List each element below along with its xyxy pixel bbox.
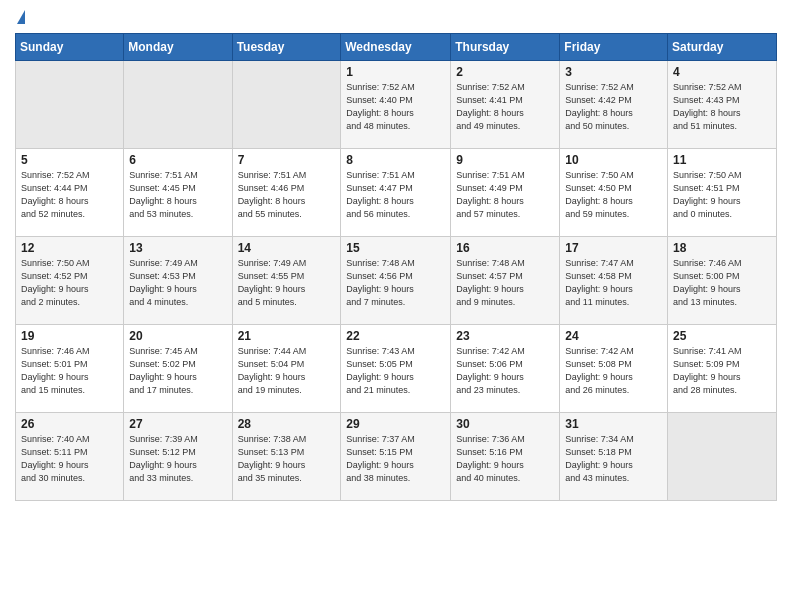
day-number: 8 <box>346 153 445 167</box>
day-number: 13 <box>129 241 226 255</box>
day-number: 19 <box>21 329 118 343</box>
calendar-cell: 21Sunrise: 7:44 AM Sunset: 5:04 PM Dayli… <box>232 325 341 413</box>
day-number: 10 <box>565 153 662 167</box>
day-number: 26 <box>21 417 118 431</box>
calendar-week-row: 12Sunrise: 7:50 AM Sunset: 4:52 PM Dayli… <box>16 237 777 325</box>
day-number: 23 <box>456 329 554 343</box>
day-number: 21 <box>238 329 336 343</box>
day-info: Sunrise: 7:52 AM Sunset: 4:41 PM Dayligh… <box>456 81 554 133</box>
day-info: Sunrise: 7:50 AM Sunset: 4:52 PM Dayligh… <box>21 257 118 309</box>
day-number: 17 <box>565 241 662 255</box>
calendar-cell: 13Sunrise: 7:49 AM Sunset: 4:53 PM Dayli… <box>124 237 232 325</box>
day-info: Sunrise: 7:52 AM Sunset: 4:44 PM Dayligh… <box>21 169 118 221</box>
day-number: 22 <box>346 329 445 343</box>
calendar-day-header: Saturday <box>668 34 777 61</box>
day-info: Sunrise: 7:51 AM Sunset: 4:46 PM Dayligh… <box>238 169 336 221</box>
day-info: Sunrise: 7:51 AM Sunset: 4:49 PM Dayligh… <box>456 169 554 221</box>
day-info: Sunrise: 7:49 AM Sunset: 4:53 PM Dayligh… <box>129 257 226 309</box>
day-info: Sunrise: 7:52 AM Sunset: 4:42 PM Dayligh… <box>565 81 662 133</box>
day-number: 9 <box>456 153 554 167</box>
calendar-week-row: 19Sunrise: 7:46 AM Sunset: 5:01 PM Dayli… <box>16 325 777 413</box>
day-info: Sunrise: 7:46 AM Sunset: 5:00 PM Dayligh… <box>673 257 771 309</box>
day-info: Sunrise: 7:48 AM Sunset: 4:57 PM Dayligh… <box>456 257 554 309</box>
calendar-cell <box>232 61 341 149</box>
calendar-cell: 7Sunrise: 7:51 AM Sunset: 4:46 PM Daylig… <box>232 149 341 237</box>
calendar: SundayMondayTuesdayWednesdayThursdayFrid… <box>15 33 777 501</box>
calendar-day-header: Tuesday <box>232 34 341 61</box>
day-info: Sunrise: 7:51 AM Sunset: 4:47 PM Dayligh… <box>346 169 445 221</box>
day-info: Sunrise: 7:37 AM Sunset: 5:15 PM Dayligh… <box>346 433 445 485</box>
calendar-cell: 28Sunrise: 7:38 AM Sunset: 5:13 PM Dayli… <box>232 413 341 501</box>
day-number: 24 <box>565 329 662 343</box>
calendar-cell: 20Sunrise: 7:45 AM Sunset: 5:02 PM Dayli… <box>124 325 232 413</box>
calendar-cell: 29Sunrise: 7:37 AM Sunset: 5:15 PM Dayli… <box>341 413 451 501</box>
logo <box>15 10 25 25</box>
header <box>15 10 777 25</box>
day-info: Sunrise: 7:48 AM Sunset: 4:56 PM Dayligh… <box>346 257 445 309</box>
calendar-cell: 26Sunrise: 7:40 AM Sunset: 5:11 PM Dayli… <box>16 413 124 501</box>
calendar-cell: 24Sunrise: 7:42 AM Sunset: 5:08 PM Dayli… <box>560 325 668 413</box>
logo-triangle-icon <box>17 10 25 24</box>
day-number: 25 <box>673 329 771 343</box>
calendar-cell: 3Sunrise: 7:52 AM Sunset: 4:42 PM Daylig… <box>560 61 668 149</box>
calendar-day-header: Sunday <box>16 34 124 61</box>
day-number: 28 <box>238 417 336 431</box>
calendar-day-header: Friday <box>560 34 668 61</box>
day-info: Sunrise: 7:39 AM Sunset: 5:12 PM Dayligh… <box>129 433 226 485</box>
day-number: 2 <box>456 65 554 79</box>
calendar-day-header: Thursday <box>451 34 560 61</box>
calendar-cell: 14Sunrise: 7:49 AM Sunset: 4:55 PM Dayli… <box>232 237 341 325</box>
calendar-week-row: 5Sunrise: 7:52 AM Sunset: 4:44 PM Daylig… <box>16 149 777 237</box>
calendar-week-row: 1Sunrise: 7:52 AM Sunset: 4:40 PM Daylig… <box>16 61 777 149</box>
day-number: 1 <box>346 65 445 79</box>
calendar-cell: 2Sunrise: 7:52 AM Sunset: 4:41 PM Daylig… <box>451 61 560 149</box>
calendar-cell <box>124 61 232 149</box>
day-info: Sunrise: 7:42 AM Sunset: 5:08 PM Dayligh… <box>565 345 662 397</box>
calendar-cell: 16Sunrise: 7:48 AM Sunset: 4:57 PM Dayli… <box>451 237 560 325</box>
day-number: 6 <box>129 153 226 167</box>
day-number: 11 <box>673 153 771 167</box>
day-info: Sunrise: 7:40 AM Sunset: 5:11 PM Dayligh… <box>21 433 118 485</box>
page: SundayMondayTuesdayWednesdayThursdayFrid… <box>0 0 792 516</box>
day-number: 31 <box>565 417 662 431</box>
day-number: 29 <box>346 417 445 431</box>
day-info: Sunrise: 7:51 AM Sunset: 4:45 PM Dayligh… <box>129 169 226 221</box>
day-info: Sunrise: 7:42 AM Sunset: 5:06 PM Dayligh… <box>456 345 554 397</box>
calendar-cell: 19Sunrise: 7:46 AM Sunset: 5:01 PM Dayli… <box>16 325 124 413</box>
day-number: 12 <box>21 241 118 255</box>
day-info: Sunrise: 7:52 AM Sunset: 4:40 PM Dayligh… <box>346 81 445 133</box>
calendar-day-header: Monday <box>124 34 232 61</box>
day-number: 15 <box>346 241 445 255</box>
day-info: Sunrise: 7:49 AM Sunset: 4:55 PM Dayligh… <box>238 257 336 309</box>
calendar-cell: 31Sunrise: 7:34 AM Sunset: 5:18 PM Dayli… <box>560 413 668 501</box>
calendar-cell: 1Sunrise: 7:52 AM Sunset: 4:40 PM Daylig… <box>341 61 451 149</box>
calendar-cell: 12Sunrise: 7:50 AM Sunset: 4:52 PM Dayli… <box>16 237 124 325</box>
day-number: 14 <box>238 241 336 255</box>
day-info: Sunrise: 7:44 AM Sunset: 5:04 PM Dayligh… <box>238 345 336 397</box>
day-info: Sunrise: 7:43 AM Sunset: 5:05 PM Dayligh… <box>346 345 445 397</box>
calendar-cell: 22Sunrise: 7:43 AM Sunset: 5:05 PM Dayli… <box>341 325 451 413</box>
day-info: Sunrise: 7:52 AM Sunset: 4:43 PM Dayligh… <box>673 81 771 133</box>
day-info: Sunrise: 7:41 AM Sunset: 5:09 PM Dayligh… <box>673 345 771 397</box>
calendar-header-row: SundayMondayTuesdayWednesdayThursdayFrid… <box>16 34 777 61</box>
calendar-cell: 23Sunrise: 7:42 AM Sunset: 5:06 PM Dayli… <box>451 325 560 413</box>
day-info: Sunrise: 7:50 AM Sunset: 4:51 PM Dayligh… <box>673 169 771 221</box>
day-info: Sunrise: 7:36 AM Sunset: 5:16 PM Dayligh… <box>456 433 554 485</box>
calendar-cell: 18Sunrise: 7:46 AM Sunset: 5:00 PM Dayli… <box>668 237 777 325</box>
calendar-cell: 11Sunrise: 7:50 AM Sunset: 4:51 PM Dayli… <box>668 149 777 237</box>
day-number: 18 <box>673 241 771 255</box>
calendar-day-header: Wednesday <box>341 34 451 61</box>
day-number: 3 <box>565 65 662 79</box>
calendar-cell: 5Sunrise: 7:52 AM Sunset: 4:44 PM Daylig… <box>16 149 124 237</box>
day-info: Sunrise: 7:46 AM Sunset: 5:01 PM Dayligh… <box>21 345 118 397</box>
calendar-cell: 27Sunrise: 7:39 AM Sunset: 5:12 PM Dayli… <box>124 413 232 501</box>
calendar-cell <box>668 413 777 501</box>
day-info: Sunrise: 7:47 AM Sunset: 4:58 PM Dayligh… <box>565 257 662 309</box>
day-number: 5 <box>21 153 118 167</box>
calendar-week-row: 26Sunrise: 7:40 AM Sunset: 5:11 PM Dayli… <box>16 413 777 501</box>
day-info: Sunrise: 7:34 AM Sunset: 5:18 PM Dayligh… <box>565 433 662 485</box>
calendar-cell: 30Sunrise: 7:36 AM Sunset: 5:16 PM Dayli… <box>451 413 560 501</box>
calendar-cell: 17Sunrise: 7:47 AM Sunset: 4:58 PM Dayli… <box>560 237 668 325</box>
day-number: 30 <box>456 417 554 431</box>
calendar-cell: 10Sunrise: 7:50 AM Sunset: 4:50 PM Dayli… <box>560 149 668 237</box>
